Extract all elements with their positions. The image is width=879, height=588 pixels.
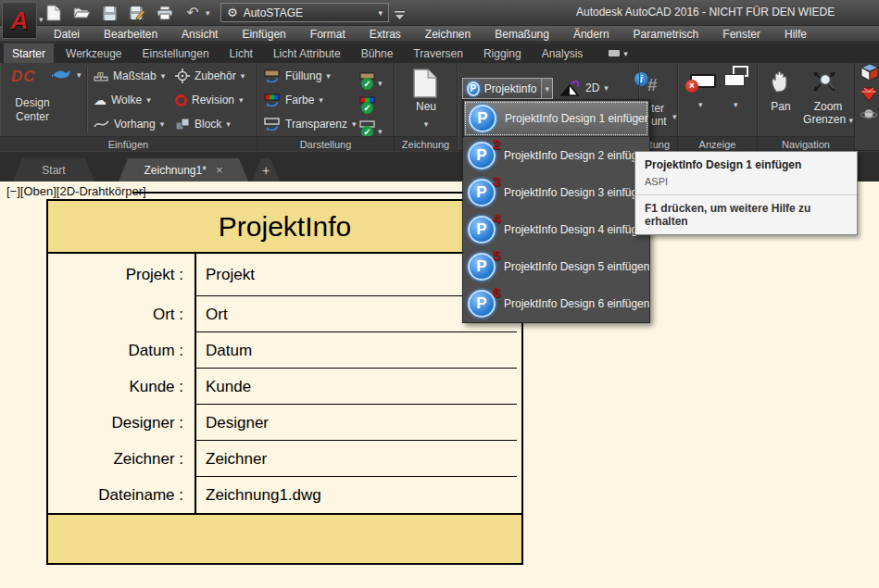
neu-button[interactable]: [412, 65, 438, 102]
save-icon[interactable]: [100, 4, 119, 22]
row-label: Designer :: [48, 405, 196, 441]
menu-zeichnen[interactable]: Zeichnen: [425, 28, 471, 41]
gear-icon: ⚙: [227, 6, 238, 19]
transparenz-toggle-caret-icon[interactable]: ▾: [378, 127, 383, 136]
tab-werkzeuge[interactable]: Werkzeuge: [57, 44, 130, 63]
fuellung-toggle-caret-icon[interactable]: ▾: [378, 79, 383, 88]
table-footer-band: [48, 513, 521, 563]
tab-einstellungen[interactable]: Einstellungen: [134, 44, 218, 63]
tab-licht[interactable]: Licht: [221, 44, 261, 63]
dolphin-tool-button[interactable]: ▾: [50, 65, 82, 85]
new-drawing-tab-button[interactable]: +: [252, 158, 280, 181]
object-rect-icon: ×: [690, 74, 716, 88]
zoom-grenzen-button[interactable]: [811, 69, 837, 94]
massstab-caret-icon: ▾: [161, 71, 166, 81]
open-file-icon[interactable]: [72, 4, 91, 22]
2d-triangle-icon: [560, 80, 581, 97]
zubehoer-button[interactable]: Zubehör ▾: [175, 66, 245, 86]
tab-traversen[interactable]: Traversen: [405, 44, 471, 63]
projektinfo-4-icon: P 4: [468, 216, 496, 244]
revision-circle-icon: [175, 94, 187, 106]
design-center-icon: DC: [11, 68, 36, 86]
anzeige-overlap-button[interactable]: [724, 67, 748, 87]
projektinfo-icon: P: [467, 81, 480, 96]
neu-caret-icon[interactable]: ▾: [395, 114, 458, 131]
menu-item-design-1[interactable]: P ProjektInfo Design 1 einfügen: [463, 100, 649, 137]
transparenz-button[interactable]: Transparenz ▾: [263, 114, 356, 134]
new-file-icon[interactable]: [44, 4, 63, 22]
orbit-sphere-icon[interactable]: [860, 107, 878, 125]
tab-start-drawing[interactable]: Start: [13, 158, 94, 181]
farbe-caret-icon: ▾: [319, 95, 323, 105]
menu-item-design-4[interactable]: P 4 ProjektInfo Design 4 einfügen: [463, 211, 649, 248]
menu-fenster[interactable]: Fenster: [722, 28, 760, 41]
design-center-button[interactable]: DC: [11, 67, 36, 87]
undo-dropdown-caret[interactable]: ▾: [206, 8, 210, 18]
vorhang-button[interactable]: Vorhang ▾: [94, 114, 164, 134]
panel-caption-darstellung: Darstellung: [257, 136, 394, 151]
menu-format[interactable]: Format: [310, 28, 345, 41]
tab-starter[interactable]: Starter: [4, 44, 54, 63]
tooltip-command: ASPI: [645, 176, 848, 187]
tooltip-help-text: F1 drücken, um weitere Hilfe zu erhalten: [645, 202, 848, 228]
visual-style-cube-icon[interactable]: [860, 63, 879, 85]
menu-item-design-2[interactable]: P 2 ProjektInfo Design 2 einfügen: [463, 137, 649, 174]
wolke-button[interactable]: ☁ Wolke ▾: [94, 90, 151, 110]
menu-einfuegen[interactable]: Einfügen: [242, 28, 285, 41]
tab-buehne[interactable]: Bühne: [353, 44, 402, 63]
new-drawing-icon: [412, 68, 438, 99]
quick-access-toolbar: ↶ ▾ ↷ ▾: [44, 4, 245, 22]
gem-icon[interactable]: [860, 87, 877, 106]
farbe-button[interactable]: Farbe ▾: [263, 90, 323, 110]
menu-bemassung[interactable]: Bemaßung: [495, 28, 549, 41]
menu-item-design-5[interactable]: P 5 ProjektInfo Design 5 einfügen: [463, 248, 649, 285]
block-button[interactable]: Block ▾: [175, 114, 231, 134]
revision-button[interactable]: Revision ▾: [175, 90, 244, 110]
ribbon-collapse-caret-icon: ▾: [623, 49, 628, 58]
projektinfo-5-icon: P 5: [468, 253, 496, 281]
toolbar-overflow-icon[interactable]: [395, 7, 406, 24]
menu-item-design-6[interactable]: P 6 ProjektInfo Design 6 einfügen: [463, 285, 649, 322]
anzeige-overlap-caret-icon[interactable]: ▾: [734, 100, 738, 109]
application-menu-button[interactable]: A: [2, 2, 37, 39]
close-tab-icon[interactable]: ×: [216, 163, 223, 177]
undo-button[interactable]: ↶: [183, 4, 202, 22]
viewport-controls[interactable]: [−][Oben][2D-Drahtkörper]: [6, 184, 146, 198]
anzeige-isolate-caret-icon[interactable]: ▾: [698, 100, 703, 109]
menu-bearbeiten[interactable]: Bearbeiten: [104, 28, 157, 41]
fuellung-button[interactable]: Füllung ▾: [263, 66, 331, 86]
tab-analysis[interactable]: Analysis: [534, 44, 592, 63]
vorhang-caret-icon: ▾: [160, 119, 165, 129]
menu-hilfe[interactable]: Hilfe: [785, 28, 807, 41]
workspace-name: AutoSTAGE: [244, 6, 303, 19]
projektinfo-dropdown-arrow[interactable]: ▾: [541, 79, 552, 98]
pan-button[interactable]: [769, 67, 793, 94]
panel-caption-anzeige: Anzeige: [678, 136, 757, 151]
tooltip-title: ProjektInfo Design 1 einfügen: [645, 158, 848, 171]
print-icon[interactable]: [156, 4, 174, 22]
2d-caret-icon: ▾: [604, 83, 609, 93]
table-row: Dateiname : Zeichnung1.dwg: [48, 477, 521, 513]
drawing-canvas[interactable]: [−][Oben][2D-Drahtkörper] ProjektInfo Pr…: [0, 181, 879, 588]
menu-datei[interactable]: Datei: [54, 28, 80, 41]
workspace-selector[interactable]: ⚙ AutoSTAGE ▾: [220, 3, 389, 22]
occluded-label-fragment-2: unt: [651, 115, 667, 128]
tab-rigging[interactable]: Rigging: [475, 44, 530, 63]
cloud-icon: ☁: [94, 93, 107, 107]
menu-parametrisch[interactable]: Parametrisch: [634, 28, 699, 41]
2d-button[interactable]: 2D ▾: [560, 78, 609, 98]
anzeige-isolate-button[interactable]: ×: [690, 70, 716, 91]
tab-licht-attribute[interactable]: Licht Attribute: [265, 44, 349, 63]
massstab-button[interactable]: m Maßstab ▾: [94, 66, 165, 86]
ribbon-collapse-button[interactable]: ▾: [608, 44, 628, 63]
projektinfo-button[interactable]: P Projektinfo ▾: [462, 78, 553, 99]
menu-extras[interactable]: Extras: [370, 28, 401, 41]
menu-aendern[interactable]: Ändern: [573, 28, 609, 41]
menu-ansicht[interactable]: Ansicht: [182, 28, 218, 41]
autocad-window: ↶ ▾ ↷ ▾ ⚙ AutoSTAGE ▾ Autodesk AutoCAD 2…: [0, 0, 879, 588]
tab-zeichnung1[interactable]: Zeichnung1* ×: [119, 158, 248, 181]
clipped-tool-strip: [858, 63, 879, 151]
menu-item-design-3[interactable]: P 3 ProjektInfo Design 3 einfügen: [463, 174, 649, 211]
save-as-icon[interactable]: [128, 4, 146, 22]
panel-caption-zeichnung: Zeichnung: [395, 136, 457, 151]
